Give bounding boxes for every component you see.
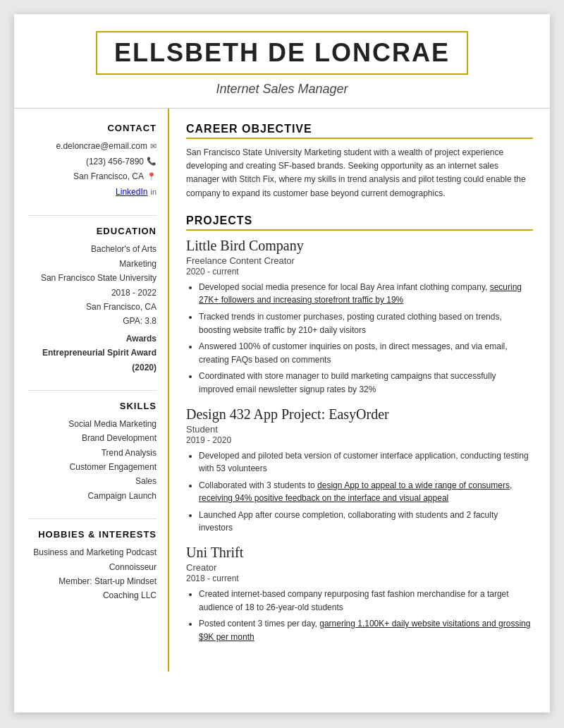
project-1: Little Bird Company Freelance Content Cr… — [186, 238, 533, 396]
projects-heading: PROJECTS — [186, 214, 533, 231]
email-icon: ✉ — [150, 140, 157, 154]
contact-phone: (123) 456-7890 — [86, 154, 144, 170]
applicant-name: ELLSBETH DE LONCRAE — [114, 38, 450, 68]
project-1-bullets: Developed social media presence for loca… — [186, 281, 533, 396]
sidebar-divider-2 — [28, 390, 157, 391]
project-1-date: 2020 - current — [186, 267, 533, 277]
projects-section: PROJECTS Little Bird Company Freelance C… — [186, 214, 533, 644]
project-3-date: 2018 - current — [186, 574, 533, 583]
education-heading: EDUCATION — [28, 226, 157, 236]
project-1-bullet-3: Answered 100% of customer inquiries on p… — [199, 340, 533, 366]
project-2: Design 432 App Project: EasyOrder Studen… — [186, 406, 533, 535]
education-location: San Francisco, CA — [28, 300, 157, 314]
skill-6: Campaign Launch — [28, 489, 157, 503]
project-3-title: Uni Thrift — [186, 545, 533, 561]
project-1-subtitle: Freelance Content Creator — [186, 255, 533, 266]
skill-2: Brand Development — [28, 431, 157, 445]
project-1-highlight-1: securing 27K+ followers and increasing s… — [199, 282, 522, 305]
project-2-title: Design 432 App Project: EasyOrder — [186, 406, 533, 423]
project-3-highlight-1: garnering 1,100K+ daily website visitati… — [199, 619, 530, 642]
hobbies-list: Business and Marketing Podcast Connoisse… — [28, 545, 157, 603]
project-2-highlight-1: design App to appeal to a wide range of … — [199, 480, 512, 504]
name-box: ELLSBETH DE LONCRAE — [96, 31, 468, 75]
project-3-subtitle: Creator — [186, 562, 533, 573]
hobbies-section: HOBBIES & INTERESTS Business and Marketi… — [28, 529, 157, 603]
location-icon: 📍 — [147, 170, 157, 184]
education-major: Marketing — [28, 257, 157, 271]
education-details: Bachelor's of Arts Marketing San Francis… — [28, 242, 157, 375]
career-objective-text: San Francisco State University Marketing… — [186, 146, 533, 200]
main-content: CAREER OBJECTIVE San Francisco State Uni… — [169, 109, 550, 672]
contact-linkedin-line[interactable]: LinkedIn in — [28, 185, 157, 200]
project-2-date: 2019 - 2020 — [186, 435, 533, 445]
linkedin-icon: in — [150, 186, 157, 200]
career-objective-heading: CAREER OBJECTIVE — [186, 123, 533, 139]
body-layout: CONTACT e.deloncrae@email.com ✉ (123) 45… — [14, 109, 550, 672]
contact-email: e.deloncrae@email.com — [56, 139, 147, 154]
project-2-bullets: Developed and piloted beta version of cu… — [186, 449, 533, 535]
project-1-bullet-1: Developed social media presence for loca… — [199, 281, 533, 307]
project-3: Uni Thrift Creator 2018 - current Create… — [186, 545, 533, 643]
sidebar: CONTACT e.deloncrae@email.com ✉ (123) 45… — [14, 109, 169, 672]
hobby-1: Business and Marketing Podcast — [28, 545, 157, 559]
project-2-subtitle: Student — [186, 424, 533, 435]
skill-3: Trend Analysis — [28, 446, 157, 460]
skill-1: Social Media Marketing — [28, 417, 157, 431]
education-section: EDUCATION Bachelor's of Arts Marketing S… — [28, 226, 157, 375]
hobby-4: Coaching LLC — [28, 588, 157, 602]
project-2-bullet-1: Developed and piloted beta version of cu… — [199, 449, 533, 475]
education-university: San Francisco State University — [28, 271, 157, 285]
project-1-bullet-4: Coordinated with store manager to build … — [199, 370, 533, 396]
hobby-3: Member: Start-up Mindset — [28, 574, 157, 588]
skills-section: SKILLS Social Media Marketing Brand Deve… — [28, 401, 157, 503]
contact-section: CONTACT e.deloncrae@email.com ✉ (123) 45… — [28, 123, 157, 200]
skills-list: Social Media Marketing Brand Development… — [28, 417, 157, 503]
education-years: 2018 - 2022 — [28, 286, 157, 300]
project-3-bullet-1: Created internet-based company repurposi… — [199, 588, 533, 614]
project-3-bullets: Created internet-based company repurposi… — [186, 588, 533, 643]
skill-5: Sales — [28, 474, 157, 488]
skill-4: Customer Engagement — [28, 460, 157, 474]
education-awards-heading: Awards — [28, 332, 157, 346]
phone-icon: 📞 — [147, 154, 157, 169]
sidebar-divider-3 — [28, 518, 157, 519]
project-2-bullet-2: Collaborated with 3 students to design A… — [199, 479, 533, 505]
contact-heading: CONTACT — [28, 123, 157, 133]
resume-container: ELLSBETH DE LONCRAE Internet Sales Manag… — [14, 14, 550, 712]
linkedin-link[interactable]: LinkedIn — [116, 185, 147, 200]
hobbies-heading: HOBBIES & INTERESTS — [28, 529, 157, 540]
project-3-bullet-2: Posted content 3 times per day, garnerin… — [199, 617, 533, 643]
project-1-title: Little Bird Company — [186, 238, 533, 254]
education-degree: Bachelor's of Arts — [28, 242, 157, 256]
career-objective-section: CAREER OBJECTIVE San Francisco State Uni… — [186, 123, 533, 200]
project-2-bullet-3: Launched App after course completion, co… — [199, 509, 533, 535]
contact-location-line: San Francisco, CA 📍 — [28, 169, 157, 185]
education-award: Entrepreneurial Spirit Award (2020) — [28, 346, 157, 375]
hobby-2: Connoisseur — [28, 560, 157, 574]
project-1-bullet-2: Tracked trends in customer purchases, po… — [199, 310, 533, 336]
applicant-title: Internet Sales Manager — [35, 82, 529, 97]
header-section: ELLSBETH DE LONCRAE Internet Sales Manag… — [14, 14, 550, 108]
contact-email-line: e.deloncrae@email.com ✉ — [28, 139, 157, 154]
sidebar-divider-1 — [28, 215, 157, 216]
contact-location: San Francisco, CA — [73, 169, 144, 185]
skills-heading: SKILLS — [28, 401, 157, 411]
education-gpa: GPA: 3.8 — [28, 314, 157, 328]
contact-phone-line: (123) 456-7890 📞 — [28, 154, 157, 170]
